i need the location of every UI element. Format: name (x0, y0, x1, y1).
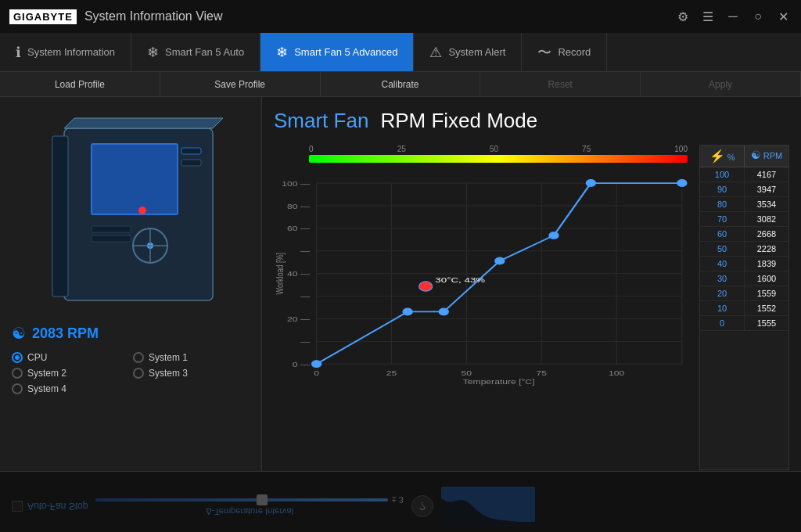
alert-icon: ⚠ (429, 44, 442, 61)
fan-advanced-icon: ❄ (276, 44, 288, 61)
system3-label: System 3 (149, 368, 188, 379)
rpm-cell-percent: 100 (700, 167, 745, 182)
chart-title-main: Smart Fan (274, 109, 368, 133)
chart-container[interactable]: 0 25 50 75 100 (274, 145, 691, 470)
data-point-5[interactable] (549, 232, 559, 239)
tab-smart-fan-advanced[interactable]: ❄ Smart Fan 5 Advanced (260, 33, 414, 71)
rpm-cell-percent: 90 (700, 182, 745, 196)
rpm-rows: 100 4167 90 3947 80 3534 70 3082 60 2668… (700, 167, 788, 331)
svg-rect-12 (181, 160, 201, 166)
temp-gradient-bar (309, 155, 688, 163)
rpm-row[interactable]: 40 1839 (700, 257, 788, 271)
fan-chart-svg[interactable]: 100 — 80 — 60 — — 40 — — 20 — — 0 — Work… (274, 169, 691, 388)
radio-system3[interactable] (133, 368, 144, 379)
fan-option-cpu[interactable]: CPU (12, 352, 128, 363)
rpm-row[interactable]: 60 2668 (700, 227, 788, 242)
radio-cpu[interactable] (12, 352, 23, 363)
data-point-0[interactable] (312, 361, 321, 368)
svg-text:40 —: 40 — (287, 270, 310, 278)
tab-record-label: Record (558, 46, 591, 58)
calibrate-button[interactable]: Calibrate (321, 72, 481, 96)
fan-option-system3[interactable]: System 3 (133, 368, 250, 379)
rpm-row[interactable]: 90 3947 (700, 182, 788, 197)
data-point-4[interactable] (495, 257, 505, 264)
app-title: System Information View (84, 9, 223, 23)
fan-option-system1[interactable]: System 1 (133, 352, 250, 363)
title-bar: GIGABYTE System Information View ⚙ ☰ ─ ○… (0, 0, 801, 33)
rpm-row[interactable]: 30 1600 (700, 271, 788, 286)
rpm-cell-value: 4167 (745, 167, 788, 182)
svg-text:Temperature [°C]: Temperature [°C] (463, 378, 535, 386)
rpm-cell-percent: 0 (700, 316, 745, 330)
right-panel: Smart Fan RPM Fixed Mode 0 25 50 75 100 (262, 97, 801, 532)
rpm-table: ⚡ % ☯ RPM 100 4167 90 3947 80 3534 70 30… (699, 145, 789, 470)
svg-rect-11 (181, 148, 201, 154)
rpm-row[interactable]: 20 1559 (700, 286, 788, 301)
fan-option-system4[interactable]: System 4 (12, 383, 128, 394)
close-icon[interactable]: ✕ (774, 8, 792, 25)
settings-icon[interactable]: ⚙ (674, 8, 691, 25)
reset-button[interactable]: Reset (480, 72, 641, 96)
rpm-cell-percent: 30 (700, 271, 745, 286)
radio-cpu-inner (15, 355, 20, 360)
svg-point-8 (138, 207, 146, 214)
reflection-content: Auto-Fan Stop Δ-Temperature Interval ± 3… (0, 487, 801, 526)
svg-text:60 —: 60 — (287, 225, 310, 232)
rpm-row[interactable]: 0 1555 (700, 316, 788, 331)
save-profile-button[interactable]: Save Profile (160, 72, 321, 96)
rpm-row[interactable]: 50 2228 (700, 242, 788, 257)
data-point-7[interactable] (677, 180, 687, 187)
rpm-row[interactable]: 70 3082 (700, 212, 788, 227)
rpm-row[interactable]: 10 1552 (700, 301, 788, 316)
svg-marker-2 (64, 118, 223, 128)
rpm-cell-value: 1555 (745, 316, 788, 330)
svg-text:0: 0 (314, 368, 319, 376)
svg-rect-1 (52, 136, 68, 297)
selected-point[interactable] (419, 282, 433, 292)
tab-smart-fan-auto[interactable]: ❄ Smart Fan 5 Auto (131, 33, 260, 71)
svg-text:0 —: 0 — (293, 360, 311, 368)
tab-record[interactable]: 〜 Record (522, 33, 607, 71)
system1-label: System 1 (149, 352, 188, 363)
fan-selectors: CPU System 1 System 2 System 3 System 4 (12, 352, 250, 394)
radio-system2[interactable] (12, 368, 23, 379)
rpm-cell-value: 2668 (745, 227, 788, 241)
rpm-cell-percent: 20 (700, 286, 745, 300)
chart-area: 0 25 50 75 100 (274, 145, 789, 470)
rpm-cell-value: 1600 (745, 271, 788, 286)
svg-text:80 —: 80 — (287, 202, 310, 210)
rpm-display: ☯ 2083 RPM (12, 324, 250, 343)
rpm-cell-value: 1559 (745, 286, 788, 300)
rpm-value: 2083 RPM (32, 325, 99, 342)
fan-option-system2[interactable]: System 2 (12, 368, 128, 379)
svg-text:Workload [%]: Workload [%] (275, 253, 286, 295)
selected-point-label: 30°C, 43% (435, 275, 485, 283)
temp-gradient-bar-container: 0 25 50 75 100 (309, 145, 688, 163)
temp-scale-labels: 0 25 50 75 100 (309, 145, 688, 153)
menu-icon[interactable]: ☰ (699, 8, 717, 25)
data-point-2[interactable] (439, 308, 448, 315)
title-bar-left: GIGABYTE System Information View (9, 9, 223, 24)
rpm-row[interactable]: 80 3534 (700, 197, 788, 212)
load-profile-button[interactable]: Load Profile (0, 72, 160, 96)
maximize-icon[interactable]: ○ (749, 8, 767, 25)
rpm-row[interactable]: 100 4167 (700, 167, 788, 182)
svg-rect-9 (92, 226, 131, 232)
svg-text:25: 25 (386, 368, 397, 376)
svg-rect-3 (92, 144, 178, 214)
chart-header: Smart Fan RPM Fixed Mode (274, 109, 789, 133)
tab-system-alert-label: System Alert (448, 46, 505, 58)
tab-system-alert[interactable]: ⚠ System Alert (414, 33, 522, 71)
data-point-1[interactable] (403, 308, 412, 315)
radio-system1[interactable] (133, 352, 144, 363)
data-point-6[interactable] (586, 180, 595, 187)
radio-system4[interactable] (12, 383, 23, 394)
tab-system-info[interactable]: ℹ System Information (0, 33, 131, 71)
minimize-icon[interactable]: ─ (724, 8, 742, 25)
tab-smart-fan-advanced-label: Smart Fan 5 Advanced (294, 46, 397, 58)
apply-button[interactable]: Apply (641, 72, 801, 96)
svg-text:—: — (300, 338, 310, 346)
title-bar-right: ⚙ ☰ ─ ○ ✕ (674, 8, 792, 25)
main-content: ☯ 2083 RPM CPU System 1 System 2 System … (0, 97, 801, 532)
rpm-cell-value: 3534 (745, 197, 788, 211)
